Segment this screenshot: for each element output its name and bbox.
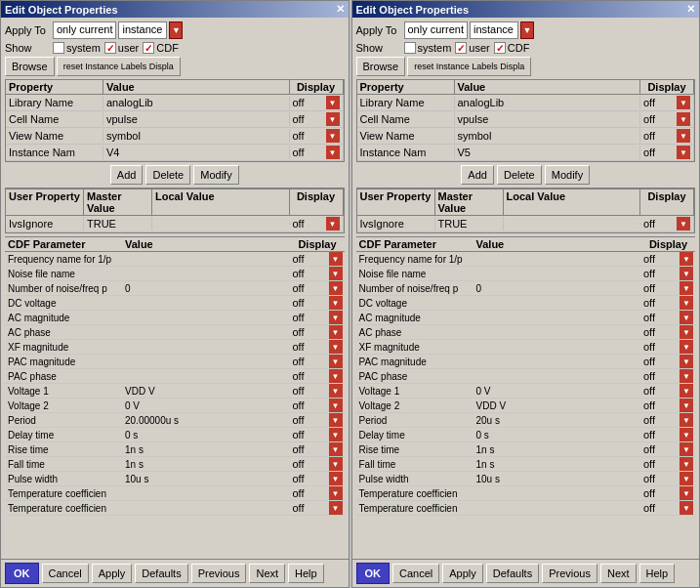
previous-btn-1[interactable]: Previous — [191, 564, 247, 583]
cdf-display-btn[interactable]: ▼ — [679, 428, 693, 441]
user-prop-local[interactable] — [152, 223, 290, 225]
cdf-display-btn[interactable]: ▼ — [679, 355, 693, 368]
prop-value[interactable]: symbol — [103, 129, 290, 143]
prop-value[interactable]: V4 — [103, 146, 290, 159]
modify-btn-2[interactable]: Modify — [545, 165, 590, 185]
cdf-display-btn[interactable]: ▼ — [329, 281, 343, 295]
modify-btn-1[interactable]: Modify — [193, 165, 238, 185]
cdf-param-value[interactable]: 20u s — [474, 415, 642, 426]
cdf-display-btn[interactable]: ▼ — [679, 311, 693, 324]
display-dropdown-btn[interactable]: ▼ — [326, 96, 340, 109]
cdf-display-btn[interactable]: ▼ — [679, 384, 693, 398]
cdf-param-value[interactable]: 10u s — [474, 474, 642, 484]
browse-btn-2[interactable]: Browse — [356, 57, 406, 76]
ok-btn-2[interactable]: OK — [356, 563, 391, 584]
cdf-display-btn[interactable]: ▼ — [329, 413, 343, 427]
previous-btn-2[interactable]: Previous — [542, 564, 597, 583]
display-dropdown-btn[interactable]: ▼ — [326, 217, 340, 231]
cdf-display-btn[interactable]: ▼ — [679, 267, 693, 280]
delete-btn-1[interactable]: Delete — [145, 165, 190, 185]
cdf-param-value[interactable]: 0 V — [474, 386, 642, 397]
browse-btn-1[interactable]: Browse — [5, 57, 55, 76]
cdf-param-value[interactable]: 0 — [474, 283, 642, 294]
cdf-checkbox-1[interactable]: ✓ — [143, 42, 154, 54]
add-btn-2[interactable]: Add — [461, 165, 494, 185]
cdf-display-btn[interactable]: ▼ — [329, 369, 343, 383]
system-checkbox-1[interactable] — [53, 42, 64, 54]
add-btn-1[interactable]: Add — [110, 165, 144, 185]
cdf-display-btn[interactable]: ▼ — [329, 486, 343, 500]
cdf-param-value[interactable]: 1n s — [474, 459, 642, 470]
cancel-btn-2[interactable]: Cancel — [392, 564, 439, 583]
cdf-display-btn[interactable]: ▼ — [329, 252, 343, 266]
apply-btn-1[interactable]: Apply — [92, 564, 133, 583]
prop-value[interactable]: V5 — [455, 146, 641, 159]
cdf-display-btn[interactable]: ▼ — [329, 457, 343, 471]
cdf-display-btn[interactable]: ▼ — [679, 296, 693, 310]
cdf-param-value[interactable]: 1n s — [122, 444, 291, 455]
apply-option1-1[interactable]: only current — [53, 21, 116, 39]
cdf-display-btn[interactable]: ▼ — [679, 369, 693, 383]
cdf-display-btn[interactable]: ▼ — [679, 399, 693, 412]
panel-2-close-btn[interactable]: ✕ — [686, 3, 695, 16]
cdf-display-btn[interactable]: ▼ — [329, 428, 343, 441]
prop-value[interactable]: analogLib — [103, 96, 290, 109]
cdf-display-btn[interactable]: ▼ — [679, 281, 693, 295]
cdf-display-btn[interactable]: ▼ — [679, 457, 693, 471]
apply-option2-2[interactable]: instance — [470, 21, 518, 39]
next-btn-2[interactable]: Next — [600, 564, 637, 583]
panel-1-close-btn[interactable]: ✕ — [336, 3, 345, 16]
display-dropdown-btn[interactable]: ▼ — [326, 112, 340, 126]
prop-value[interactable]: symbol — [455, 129, 641, 143]
apply-dropdown-btn-1[interactable]: ▼ — [169, 21, 183, 39]
cdf-display-btn[interactable]: ▼ — [679, 252, 693, 266]
display-dropdown-btn[interactable]: ▼ — [677, 217, 690, 231]
cdf-param-value[interactable]: 1n s — [474, 444, 642, 455]
display-dropdown-btn[interactable]: ▼ — [677, 129, 690, 143]
cdf-param-value[interactable]: VDD V — [474, 400, 642, 411]
display-dropdown-btn[interactable]: ▼ — [677, 96, 690, 109]
cdf-param-value[interactable]: 0 s — [122, 430, 291, 441]
cdf-display-btn[interactable]: ▼ — [679, 442, 693, 456]
cdf-display-btn[interactable]: ▼ — [329, 472, 343, 485]
cdf-display-btn[interactable]: ▼ — [679, 413, 693, 427]
help-btn-2[interactable]: Help — [639, 564, 676, 583]
cdf-display-btn[interactable]: ▼ — [679, 472, 693, 485]
cdf-display-btn[interactable]: ▼ — [679, 501, 693, 515]
cdf-display-btn[interactable]: ▼ — [329, 355, 343, 368]
display-dropdown-btn[interactable]: ▼ — [326, 146, 340, 159]
cdf-param-value[interactable]: 20.00000u s — [122, 415, 291, 426]
reset-btn-2[interactable]: reset Instance Labels Displa — [407, 57, 531, 76]
cdf-display-btn[interactable]: ▼ — [329, 325, 343, 339]
cdf-param-value[interactable]: VDD V — [122, 386, 291, 397]
cdf-display-btn[interactable]: ▼ — [329, 340, 343, 354]
cdf-display-btn[interactable]: ▼ — [329, 399, 343, 412]
cdf-param-value[interactable]: 0 s — [474, 430, 642, 441]
help-btn-1[interactable]: Help — [288, 564, 324, 583]
cdf-param-value[interactable]: 1n s — [122, 459, 291, 470]
cdf-display-btn[interactable]: ▼ — [329, 442, 343, 456]
user-prop-local[interactable] — [504, 223, 641, 225]
user-checkbox-2[interactable]: ✓ — [455, 42, 467, 54]
display-dropdown-btn[interactable]: ▼ — [326, 129, 340, 143]
cdf-display-btn[interactable]: ▼ — [329, 501, 343, 515]
cdf-param-value[interactable]: 10u s — [122, 474, 291, 484]
cancel-btn-1[interactable]: Cancel — [42, 564, 89, 583]
ok-btn-1[interactable]: OK — [5, 563, 39, 584]
system-checkbox-2[interactable] — [404, 42, 416, 54]
cdf-display-btn[interactable]: ▼ — [329, 311, 343, 324]
cdf-param-value[interactable]: 0 V — [122, 400, 291, 411]
next-btn-1[interactable]: Next — [249, 564, 285, 583]
cdf-display-btn[interactable]: ▼ — [679, 486, 693, 500]
cdf-checkbox-2[interactable]: ✓ — [494, 42, 506, 54]
display-dropdown-btn[interactable]: ▼ — [677, 112, 690, 126]
apply-option1-2[interactable]: only current — [404, 21, 468, 39]
defaults-btn-1[interactable]: Defaults — [135, 564, 187, 583]
prop-value[interactable]: vpulse — [103, 112, 290, 126]
prop-value[interactable]: analogLib — [455, 96, 641, 109]
cdf-display-btn[interactable]: ▼ — [329, 296, 343, 310]
display-dropdown-btn[interactable]: ▼ — [677, 146, 690, 159]
cdf-display-btn[interactable]: ▼ — [679, 340, 693, 354]
delete-btn-2[interactable]: Delete — [497, 165, 542, 185]
reset-btn-1[interactable]: reset Instance Labels Displa — [57, 57, 181, 76]
